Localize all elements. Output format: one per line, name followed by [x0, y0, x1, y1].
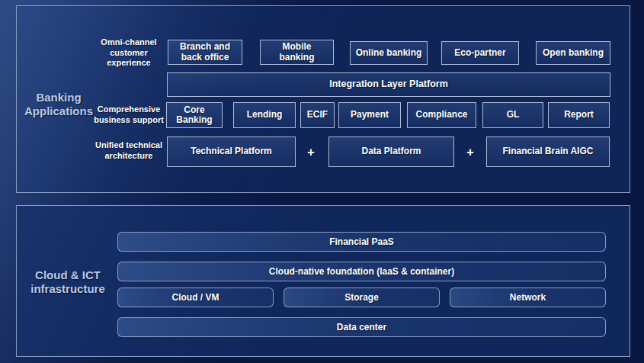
row-label-omni-channel: Omni-channel customer experience	[87, 37, 171, 69]
box-cloud-vm: Cloud / VM	[117, 288, 274, 307]
box-branch-back-office: Branch and back office	[168, 40, 242, 65]
plus-sign-2: +	[463, 145, 478, 160]
row-label-comprehensive-business-support: Comprehensive business support	[87, 104, 171, 125]
bar-financial-paas: Financial PaaS	[117, 232, 606, 252]
box-core-banking: Core Banking	[166, 102, 223, 128]
plus-sign-1: +	[303, 145, 319, 160]
box-ecif: ECIF	[300, 102, 335, 128]
row-label-unified-technical-architecture: Unified technical architecture	[87, 140, 171, 161]
box-compliance: Compliance	[407, 102, 476, 128]
box-data-platform: Data Platform	[328, 137, 454, 167]
box-mobile-banking: Mobile banking	[260, 40, 334, 65]
box-network: Network	[450, 288, 606, 307]
box-open-banking: Open banking	[536, 41, 610, 65]
box-report: Report	[548, 102, 610, 128]
box-technical-platform: Technical Platform	[167, 137, 296, 167]
bar-cloud-native-foundation: Cloud-native foundation (IaaS & containe…	[117, 262, 606, 281]
cloud-ict-infrastructure-panel: Cloud & ICT infrastructure Financial Paa…	[16, 205, 630, 357]
cloud-section-label: Cloud & ICT infrastructure	[22, 268, 114, 296]
box-storage: Storage	[284, 288, 440, 307]
box-financial-brain-aigc: Financial Brain AIGC	[486, 137, 610, 167]
banking-applications-panel: Banking Applications Omni-channel custom…	[16, 5, 630, 193]
integration-layer-platform-bar: Integration Layer Platform	[167, 72, 610, 97]
bar-data-center: Data center	[117, 317, 606, 337]
box-eco-partner: Eco-partner	[441, 41, 519, 65]
box-payment: Payment	[338, 102, 401, 128]
box-online-banking: Online banking	[350, 41, 428, 65]
box-gl: GL	[482, 102, 543, 128]
box-lending: Lending	[233, 102, 296, 128]
